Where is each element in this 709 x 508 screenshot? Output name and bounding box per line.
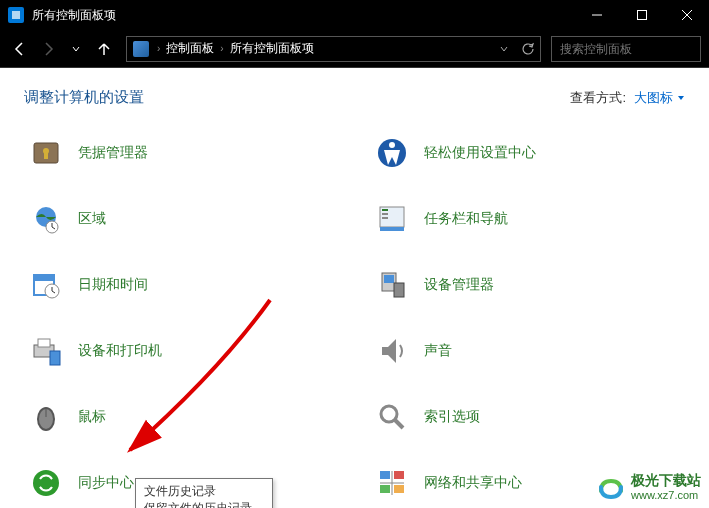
item-label: 设备管理器: [424, 276, 494, 294]
item-label: 凭据管理器: [78, 144, 148, 162]
search-input[interactable]: [552, 42, 709, 56]
chevron-down-icon: [677, 94, 685, 102]
svg-rect-15: [382, 209, 388, 211]
svg-rect-35: [380, 485, 390, 493]
item-label: 任务栏和导航: [424, 210, 508, 228]
item-mouse[interactable]: 鼠标: [24, 395, 340, 439]
item-label: 索引选项: [424, 408, 480, 426]
svg-rect-14: [380, 227, 404, 231]
svg-line-31: [395, 420, 403, 428]
devices-icon: [28, 333, 64, 369]
svg-rect-26: [50, 351, 60, 365]
svg-point-10: [389, 142, 395, 148]
svg-point-32: [33, 470, 59, 496]
close-button[interactable]: [664, 0, 709, 30]
item-label: 同步中心: [78, 474, 134, 492]
index-icon: [374, 399, 410, 435]
maximize-button[interactable]: [619, 0, 664, 30]
item-label: 日期和时间: [78, 276, 148, 294]
svg-rect-23: [394, 283, 404, 297]
window-title: 所有控制面板项: [32, 7, 574, 24]
address-dropdown-button[interactable]: [492, 37, 516, 61]
view-by-label: 查看方式:: [570, 89, 626, 107]
item-region[interactable]: 区域: [24, 197, 340, 241]
svg-rect-34: [394, 471, 404, 479]
svg-rect-33: [380, 471, 390, 479]
item-datetime[interactable]: 日期和时间: [24, 263, 340, 307]
tooltip-title: 文件历史记录: [144, 483, 264, 500]
svg-rect-1: [12, 11, 20, 19]
watermark-logo-icon: [597, 473, 625, 501]
breadcrumb-all-items[interactable]: 所有控制面板项: [226, 40, 318, 57]
item-credential-manager[interactable]: 凭据管理器: [24, 131, 340, 175]
item-label: 鼠标: [78, 408, 106, 426]
svg-rect-36: [394, 485, 404, 493]
sound-icon: [374, 333, 410, 369]
item-indexing[interactable]: 索引选项: [370, 395, 686, 439]
control-panel-icon: [133, 41, 149, 57]
recent-dropdown[interactable]: [64, 37, 88, 61]
title-bar: 所有控制面板项: [0, 0, 709, 30]
minimize-button[interactable]: [574, 0, 619, 30]
content-header: 调整计算机的设置 查看方式: 大图标: [24, 88, 685, 107]
app-icon: [8, 7, 24, 23]
svg-point-30: [381, 406, 397, 422]
search-box[interactable]: [551, 36, 701, 62]
item-ease-of-access[interactable]: 轻松使用设置中心: [370, 131, 686, 175]
taskbar-icon: [374, 201, 410, 237]
mouse-icon: [28, 399, 64, 435]
page-heading: 调整计算机的设置: [24, 88, 570, 107]
region-icon: [28, 201, 64, 237]
item-devices-printers[interactable]: 设备和打印机: [24, 329, 340, 373]
sync-icon: [28, 465, 64, 501]
svg-rect-16: [382, 213, 388, 215]
svg-rect-22: [384, 275, 394, 283]
nav-bar: › 控制面板 › 所有控制面板项: [0, 30, 709, 68]
item-label: 设备和打印机: [78, 342, 162, 360]
datetime-icon: [28, 267, 64, 303]
item-device-manager[interactable]: 设备管理器: [370, 263, 686, 307]
tooltip-desc: 保留文件的历史记录。: [144, 500, 264, 508]
watermark-name: 极光下载站: [631, 472, 701, 489]
back-button[interactable]: [8, 37, 32, 61]
item-taskbar[interactable]: 任务栏和导航: [370, 197, 686, 241]
item-label: 声音: [424, 342, 452, 360]
tooltip: 文件历史记录 保留文件的历史记录。: [135, 478, 273, 508]
svg-rect-3: [637, 11, 646, 20]
watermark: 极光下载站 www.xz7.com: [597, 472, 701, 502]
item-label: 区域: [78, 210, 106, 228]
item-label: 网络和共享中心: [424, 474, 522, 492]
svg-rect-25: [38, 339, 50, 347]
svg-rect-17: [382, 217, 388, 219]
ease-icon: [374, 135, 410, 171]
network-icon: [374, 465, 410, 501]
breadcrumb-control-panel[interactable]: 控制面板: [162, 40, 218, 57]
credential-icon: [28, 135, 64, 171]
breadcrumb-sep-icon: ›: [218, 43, 225, 54]
breadcrumb-sep-icon: ›: [155, 43, 162, 54]
refresh-button[interactable]: [516, 37, 540, 61]
svg-rect-19: [34, 275, 54, 281]
item-label: 轻松使用设置中心: [424, 144, 536, 162]
view-by-select[interactable]: 大图标: [634, 89, 685, 107]
watermark-url: www.xz7.com: [631, 489, 701, 502]
view-by-value: 大图标: [634, 89, 673, 107]
address-bar[interactable]: › 控制面板 › 所有控制面板项: [126, 36, 541, 62]
up-button[interactable]: [92, 37, 116, 61]
items-grid: 凭据管理器 轻松使用设置中心 区域 任务栏和导航 日期和时间 设备管理器 设备和…: [24, 131, 685, 508]
devmgr-icon: [374, 267, 410, 303]
content-area: 调整计算机的设置 查看方式: 大图标 凭据管理器 轻松使用设置中心 区域 任务栏…: [0, 68, 709, 508]
item-sound[interactable]: 声音: [370, 329, 686, 373]
svg-rect-8: [44, 153, 48, 159]
forward-button[interactable]: [36, 37, 60, 61]
